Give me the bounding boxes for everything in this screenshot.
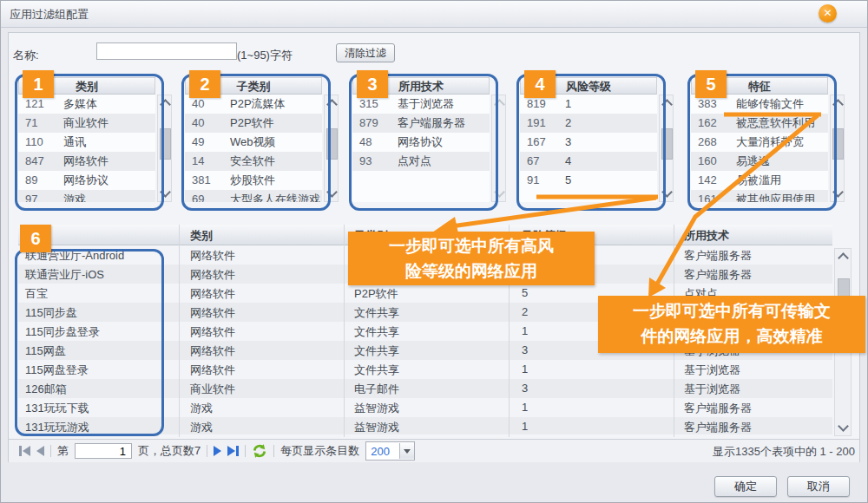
panel-scrollbar[interactable] [659, 95, 674, 202]
chevron-down-icon[interactable] [494, 186, 505, 198]
table-status-text: 显示1335个表项中的 1 - 200 [713, 444, 855, 460]
chevron-down-icon[interactable] [832, 186, 844, 198]
chevron-up-icon[interactable] [838, 252, 849, 264]
chevron-up-icon[interactable] [160, 99, 171, 110]
table-cell: 客户端服务器 [684, 420, 752, 434]
list-item[interactable]: 847网络软件 [18, 152, 155, 171]
dropdown-arrow-icon[interactable] [399, 443, 414, 459]
next-page-icon[interactable] [214, 446, 221, 456]
panel-scrollbar[interactable] [830, 95, 845, 202]
list-item[interactable]: 49Web视频 [185, 133, 322, 152]
chevron-down-icon[interactable] [326, 186, 338, 198]
chevron-up-icon[interactable] [494, 99, 505, 110]
name-input[interactable] [96, 42, 237, 60]
item-label: 网络协议 [63, 171, 108, 190]
list-item[interactable]: 1673 [520, 133, 657, 152]
item-label: 大量消耗带宽 [736, 133, 804, 152]
list-item[interactable]: 160易逃逸 [691, 152, 828, 171]
panel-scrollbar[interactable] [157, 95, 172, 202]
list-item[interactable]: 93点对点 [352, 152, 490, 171]
list-item[interactable]: 162被恶意软件利用 [691, 114, 828, 133]
scrollbar-thumb[interactable] [326, 128, 338, 160]
item-count: 191 [527, 114, 546, 133]
panel-list: 819119121673674915 [520, 95, 657, 202]
table-cell: 网络软件 [190, 324, 235, 340]
item-count: 93 [359, 152, 372, 171]
table-cell: 3 [522, 382, 528, 395]
callout-feature-line1: 一步即可选中所有可传输文 [598, 298, 865, 323]
per-page-select[interactable]: 200 [365, 441, 415, 461]
item-label: Web视频 [230, 133, 276, 152]
item-label: P2P软件 [230, 114, 274, 133]
panel-list: 121多媒体71商业软件110通讯847网络软件89网络协议97游戏 [18, 95, 155, 202]
panel-scrollbar[interactable] [324, 95, 339, 202]
chevron-down-icon[interactable] [838, 421, 849, 432]
scrollbar-thumb[interactable] [832, 128, 844, 160]
chevron-down-icon[interactable] [661, 186, 673, 198]
panel-list: 315基于浏览器879客户端服务器48网络协议93点对点 [352, 95, 490, 202]
total-pages-label: 页，总页数7 [138, 443, 201, 459]
page-number-input[interactable] [75, 443, 132, 459]
chevron-up-icon[interactable] [326, 99, 338, 110]
list-item[interactable]: 14安全软件 [185, 152, 322, 171]
list-item[interactable]: 97游戏 [18, 190, 155, 202]
table-cell: 基于浏览器 [684, 363, 740, 378]
annotation-badge-3: 3 [357, 70, 388, 98]
list-item[interactable]: 381炒股软件 [185, 171, 322, 190]
close-icon[interactable]: ✕ [819, 4, 837, 23]
scrollbar-thumb[interactable] [160, 128, 171, 160]
chevron-up-icon[interactable] [832, 99, 844, 110]
first-page-icon[interactable] [19, 446, 30, 456]
cancel-button[interactable]: 取消 [787, 476, 850, 497]
ok-button[interactable]: 确定 [714, 476, 777, 497]
table-cell: 115同步盘 [25, 305, 77, 321]
table-cell: 文件共享 [354, 324, 399, 340]
list-item[interactable]: 40P2P软件 [185, 114, 322, 133]
table-row[interactable]: 131玩玩游戏游戏益智游戏1客户端服务器 [18, 417, 832, 434]
refresh-icon[interactable] [252, 443, 267, 459]
list-item[interactable]: 69大型多人在线游戏 [185, 190, 322, 202]
annotation-badge-5: 5 [695, 70, 727, 98]
scrollbar-thumb[interactable] [661, 128, 673, 160]
table-cell: 联通营业厅-iOS [25, 267, 104, 283]
last-page-icon[interactable] [227, 446, 239, 456]
item-count: 91 [527, 171, 539, 190]
table-cell: 游戏 [190, 401, 213, 416]
annotation-badge-2: 2 [189, 70, 220, 98]
prev-page-icon[interactable] [36, 446, 44, 456]
item-label: 能够传输文件 [736, 95, 804, 114]
item-count: 48 [359, 133, 372, 152]
chevron-up-icon[interactable] [661, 99, 673, 110]
list-item[interactable]: 915 [520, 171, 657, 190]
table-cell: 文件共享 [354, 305, 399, 321]
item-label: 被恶意软件利用 [736, 114, 815, 133]
item-label: 1 [565, 95, 571, 114]
table-cell: 文件共享 [354, 363, 399, 378]
list-item[interactable]: 48网络协议 [352, 133, 490, 152]
list-item[interactable]: 268大量消耗带宽 [691, 133, 828, 152]
chevron-down-icon[interactable] [160, 186, 171, 198]
list-item[interactable]: 1912 [520, 114, 657, 133]
name-hint: (1~95)字符 [237, 48, 293, 63]
panel-scrollbar[interactable] [491, 95, 506, 202]
table-row[interactable]: 115网盘登录网络软件文件共享1基于浏览器 [18, 360, 832, 379]
table-cell: 1 [522, 324, 528, 337]
separator [50, 445, 51, 457]
per-page-value: 200 [366, 445, 399, 458]
separator [273, 445, 274, 457]
item-label: 3 [565, 133, 571, 152]
list-item[interactable]: 110通讯 [18, 133, 155, 152]
item-count: 69 [192, 190, 204, 202]
item-count: 381 [192, 171, 211, 190]
clear-filter-button[interactable]: 清除过滤 [336, 43, 395, 62]
list-item[interactable]: 879客户端服务器 [352, 114, 490, 133]
list-item[interactable]: 674 [520, 152, 657, 171]
table-row[interactable]: 126邮箱商业软件电子邮件3基于浏览器 [18, 379, 832, 398]
list-item[interactable]: 89网络协议 [18, 171, 155, 190]
table-row[interactable]: 131玩玩下载游戏益智游戏1客户端服务器 [18, 398, 832, 417]
table-cell: 基于浏览器 [684, 382, 740, 397]
list-item[interactable]: 142易被滥用 [691, 171, 828, 190]
list-item[interactable]: 71商业软件 [18, 114, 155, 133]
list-item[interactable]: 161被其他应用使用 [691, 190, 828, 202]
callout-feature-line2: 件的网络应用，高效精准 [598, 323, 865, 349]
